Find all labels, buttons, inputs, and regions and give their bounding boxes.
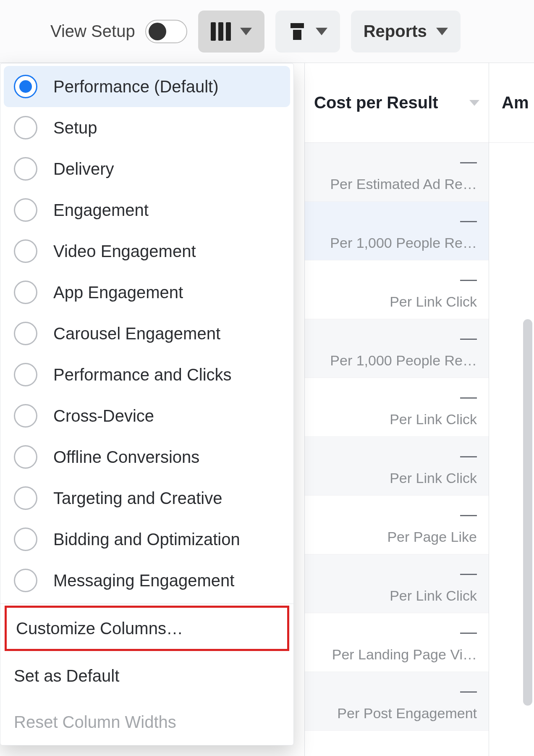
table-cell: —Per Link Click <box>305 554 489 613</box>
reports-label: Reports <box>364 22 427 41</box>
column-header-2[interactable]: Am <box>489 63 534 143</box>
divider <box>0 604 293 604</box>
reports-button[interactable]: Reports <box>351 10 461 52</box>
cell-sublabel: Per 1,000 People Re… <box>330 235 477 251</box>
table-cell: —Per Link Click <box>305 378 489 437</box>
cell-sublabel: Per Post Engagement <box>337 705 477 722</box>
breakdown-icon <box>288 22 306 41</box>
vertical-scrollbar[interactable] <box>523 319 532 706</box>
table-cell: —Per 1,000 People Re… <box>305 202 489 260</box>
chevron-down-icon <box>316 28 327 35</box>
radio-icon <box>14 404 37 428</box>
preset-label: Messaging Engagement <box>53 571 234 590</box>
radio-icon <box>14 486 37 510</box>
preset-item[interactable]: App Engagement <box>0 272 293 313</box>
cell-sublabel: Per Page Like <box>387 529 477 545</box>
cell-value: — <box>460 270 477 289</box>
radio-icon <box>14 363 37 386</box>
cell-sublabel: Per Landing Page Vi… <box>332 646 477 663</box>
cost-per-result-column: Cost per Result —Per Estimated Ad Re…—Pe… <box>304 63 489 756</box>
radio-icon <box>14 75 37 98</box>
preset-label: Performance (Default) <box>53 77 218 96</box>
preset-label: Setup <box>53 118 97 137</box>
cell-value: — <box>460 328 477 347</box>
radio-icon <box>14 569 37 592</box>
cell-value: — <box>460 681 477 700</box>
preset-label: Performance and Clicks <box>53 365 232 384</box>
cell-sublabel: Per Link Click <box>390 588 477 604</box>
preset-item[interactable]: Bidding and Optimization <box>0 519 293 560</box>
chevron-down-icon <box>240 28 252 35</box>
radio-icon <box>14 157 37 181</box>
customize-columns-item[interactable]: Customize Columns… <box>5 606 289 651</box>
radio-icon <box>14 528 37 551</box>
preset-label: App Engagement <box>53 283 183 302</box>
column-header-label: Cost per Result <box>314 93 438 112</box>
cell-value: — <box>460 211 477 230</box>
preset-item[interactable]: Carousel Engagement <box>0 313 293 354</box>
sort-arrow-icon[interactable] <box>469 100 479 106</box>
cell-value: — <box>460 505 477 524</box>
cell-value: — <box>460 564 477 583</box>
main-area: Cost per Result —Per Estimated Ad Re…—Pe… <box>0 63 534 756</box>
table-cell: —Per Post Engagement <box>305 672 489 731</box>
breakdown-button[interactable] <box>275 10 340 52</box>
toolbar: View Setup Reports <box>0 0 534 63</box>
preset-label: Offline Conversions <box>53 448 199 467</box>
preset-item[interactable]: Cross-Device <box>0 395 293 436</box>
cell-sublabel: Per Link Click <box>390 411 477 428</box>
set-as-default-item[interactable]: Set as Default <box>0 653 293 699</box>
preset-item[interactable]: Delivery <box>0 148 293 189</box>
table-cell: —Per Link Click <box>305 437 489 496</box>
preset-label: Targeting and Creative <box>53 489 222 508</box>
preset-item[interactable]: Messaging Engagement <box>0 560 293 601</box>
preset-item[interactable]: Engagement <box>0 189 293 231</box>
preset-label: Cross-Device <box>53 407 154 425</box>
radio-icon <box>14 322 37 345</box>
toggle-switch[interactable] <box>145 20 187 43</box>
radio-icon <box>14 239 37 263</box>
table-cell: —Per Estimated Ad Re… <box>305 143 489 202</box>
preset-item[interactable]: Video Engagement <box>0 231 293 272</box>
preset-label: Carousel Engagement <box>53 324 220 343</box>
preset-label: Engagement <box>53 201 149 220</box>
preset-label: Delivery <box>53 160 114 178</box>
preset-item[interactable]: Offline Conversions <box>0 436 293 478</box>
cell-sublabel: Per 1,000 People Re… <box>330 352 477 369</box>
cell-value: — <box>460 152 477 171</box>
preset-label: Video Engagement <box>53 242 196 261</box>
toggle-knob <box>149 23 166 40</box>
radio-icon <box>14 198 37 222</box>
cell-sublabel: Per Estimated Ad Re… <box>330 176 477 192</box>
preset-item[interactable]: Setup <box>0 107 293 148</box>
chevron-down-icon <box>436 28 448 35</box>
columns-dropdown-panel: Performance (Default)SetupDeliveryEngage… <box>0 63 294 746</box>
reset-column-widths-item[interactable]: Reset Column Widths <box>0 699 293 745</box>
columns-icon <box>211 22 231 41</box>
column-header[interactable]: Cost per Result <box>305 63 489 143</box>
view-setup-toggle[interactable]: View Setup <box>50 20 187 43</box>
cell-sublabel: Per Link Click <box>390 294 477 310</box>
radio-icon <box>14 445 37 469</box>
columns-button[interactable] <box>198 10 264 52</box>
view-setup-label: View Setup <box>50 22 135 41</box>
preset-item[interactable]: Performance and Clicks <box>0 354 293 395</box>
cell-value: — <box>460 622 477 641</box>
radio-icon <box>14 281 37 304</box>
cell-value: — <box>460 387 477 406</box>
radio-icon <box>14 116 37 139</box>
preset-item[interactable]: Targeting and Creative <box>0 478 293 519</box>
table-cell: —Per Page Like <box>305 496 489 554</box>
preset-item[interactable]: Performance (Default) <box>4 66 290 107</box>
cell-sublabel: Per Link Click <box>390 470 477 486</box>
cell-value: — <box>460 446 477 465</box>
preset-label: Bidding and Optimization <box>53 530 240 549</box>
table-cell: —Per Link Click <box>305 260 489 319</box>
table-cell: —Per 1,000 People Re… <box>305 319 489 378</box>
table-cell: —Per Landing Page Vi… <box>305 613 489 672</box>
